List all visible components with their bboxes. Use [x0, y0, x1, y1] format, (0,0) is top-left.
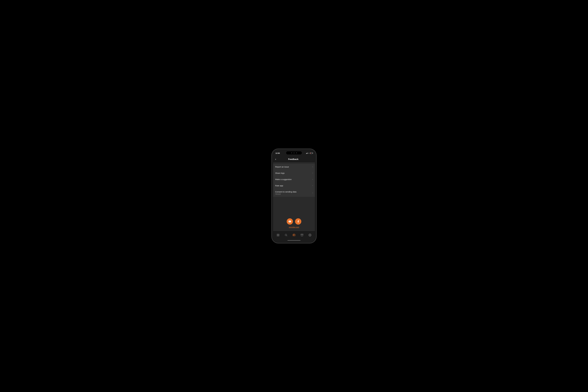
svg-line-5 — [286, 236, 287, 236]
svg-rect-8 — [301, 234, 303, 234]
chevron-icon: › — [312, 192, 313, 194]
status-time: 12:00 — [276, 152, 280, 154]
tv-icon — [292, 234, 296, 236]
phone-screen: 12:00 ∿ ‹ Feedback — [273, 150, 315, 242]
bottom-nav — [273, 231, 315, 239]
chevron-icon: › — [312, 184, 313, 187]
bottom-nav-grid[interactable] — [275, 232, 281, 238]
report-issue-label: Report an issue — [275, 166, 289, 168]
social-buttons — [287, 218, 301, 224]
menu-item-rate-app[interactable]: Rate app › — [273, 182, 315, 189]
svg-rect-0 — [277, 234, 278, 235]
back-button[interactable]: ‹ — [275, 158, 276, 161]
svg-rect-2 — [277, 235, 278, 236]
chevron-icon: › — [312, 178, 313, 180]
menu-item-share-logs[interactable]: Share logs › — [273, 170, 315, 176]
consent-sending-label: Consent to sending data — [275, 191, 296, 193]
svg-point-10 — [310, 235, 310, 236]
signal-icon — [306, 152, 308, 154]
notch — [286, 151, 302, 154]
bottom-nav-search[interactable] — [283, 232, 289, 238]
rate-app-label: Rate app — [275, 184, 283, 187]
share-logs-label: Share logs — [275, 172, 284, 174]
status-icons: ∿ — [306, 152, 312, 154]
svg-point-7 — [294, 235, 294, 236]
website-link[interactable]: eocortex.com — [289, 226, 299, 228]
phone-device: 12:00 ∿ ‹ Feedback — [272, 149, 316, 243]
make-suggestion-label: Make a suggestion — [275, 178, 292, 180]
notch-dot-right — [296, 152, 297, 154]
notch-dot-left — [291, 152, 292, 154]
home-bar — [288, 240, 300, 241]
content-area: Report an issue › Share logs › Make a su… — [273, 162, 315, 231]
svg-rect-3 — [278, 235, 279, 236]
svg-rect-1 — [278, 234, 279, 235]
menu-item-report-issue[interactable]: Report an issue › — [273, 164, 315, 170]
wifi-icon: ∿ — [308, 152, 309, 154]
menu-item-make-suggestion[interactable]: Make a suggestion › — [273, 176, 315, 182]
search-icon — [284, 234, 288, 236]
chevron-icon: › — [312, 166, 313, 168]
page-title: Feedback — [278, 158, 309, 160]
svg-point-4 — [285, 234, 287, 236]
battery-icon — [310, 152, 312, 154]
battery-fill — [310, 153, 311, 154]
consent-sending-sublabel: Allowed — [275, 193, 296, 195]
settings-icon — [308, 234, 312, 236]
facebook-icon — [297, 220, 300, 223]
bottom-nav-settings[interactable] — [307, 232, 313, 238]
grid-icon — [276, 234, 280, 236]
archive-icon — [300, 234, 304, 236]
nav-bar: ‹ Feedback — [273, 156, 315, 162]
notch-camera — [294, 152, 295, 154]
bottom-nav-live[interactable] — [291, 232, 297, 238]
home-indicator — [273, 239, 315, 242]
facebook-button[interactable] — [295, 218, 301, 224]
menu-list: Report an issue › Share logs › Make a su… — [273, 162, 315, 198]
social-section: eocortex.com — [273, 198, 315, 231]
menu-item-consent-sending[interactable]: Consent to sending data Allowed › — [273, 189, 315, 197]
status-bar: 12:00 ∿ — [273, 150, 315, 156]
youtube-icon — [288, 220, 291, 223]
bottom-nav-archive[interactable] — [299, 232, 305, 238]
chevron-icon: › — [312, 172, 313, 174]
youtube-button[interactable] — [287, 218, 293, 224]
